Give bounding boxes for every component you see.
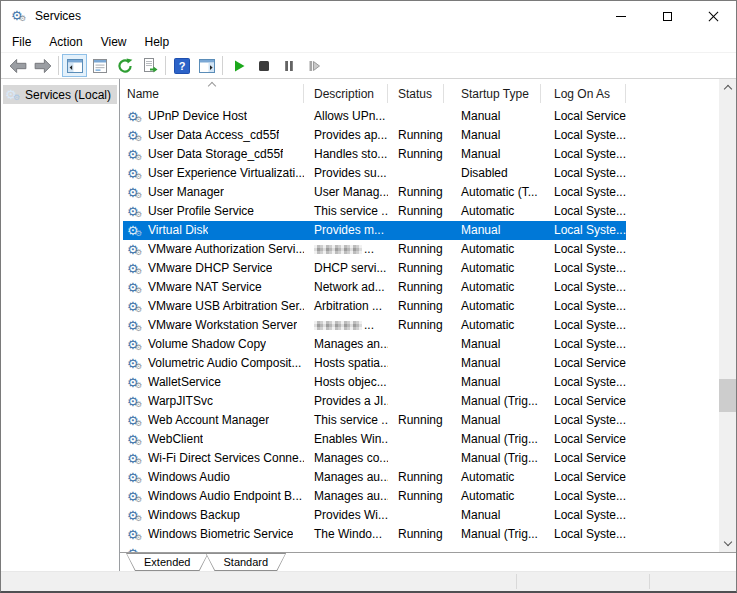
tab-extended[interactable]: Extended: [126, 553, 208, 571]
gear-glyph-small: ⚙: [135, 135, 142, 143]
service-logon-cell: Local Service: [541, 354, 626, 373]
service-name-cell: ⚙⚙User Profile Service: [123, 202, 304, 221]
service-row-wi-fi-direct-services-conne[interactable]: ⚙⚙Wi-Fi Direct Services Conne...Manages …: [123, 449, 626, 468]
service-description-cell: This service ...: [304, 202, 388, 221]
service-logon: Local Syste...: [554, 242, 626, 256]
service-row-vmware-dhcp-service[interactable]: ⚙⚙VMware DHCP ServiceDHCP servi...Runnin…: [123, 259, 626, 278]
export-list-button[interactable]: [137, 54, 162, 77]
maximize-button[interactable]: [644, 1, 690, 31]
service-gear-icon: ⚙⚙: [127, 147, 144, 163]
restart-service-icon: [306, 58, 322, 74]
service-row-windows-biometric-service[interactable]: ⚙⚙Windows Biometric ServiceThe Windo...R…: [123, 525, 626, 544]
stop-service-button[interactable]: [251, 54, 276, 77]
gear-glyph-small: ⚙: [135, 192, 142, 200]
column-header-name[interactable]: Name: [123, 79, 304, 107]
start-service-button[interactable]: [226, 54, 251, 77]
refresh-button[interactable]: [112, 54, 137, 77]
service-name: Virtual Disk: [148, 221, 208, 240]
service-row-windows-audio[interactable]: ⚙⚙Windows AudioManages au...RunningAutom…: [123, 468, 626, 487]
service-description: ...: [364, 242, 374, 256]
titlebar: ⚙⚙ Services: [1, 1, 736, 31]
service-description: Provides m...: [314, 223, 384, 237]
menu-file[interactable]: File: [3, 33, 40, 51]
service-row-windows-audio-endpoint-b[interactable]: ⚙⚙Windows Audio Endpoint B...Manages au.…: [123, 487, 626, 506]
service-row-vmware-workstation-server[interactable]: ⚙⚙VMware Workstation Server...RunningAut…: [123, 316, 626, 335]
service-status-cell: [388, 449, 444, 468]
service-startup-type: Automatic: [461, 242, 514, 256]
service-startup-type-cell: Automatic: [444, 487, 541, 506]
service-name-cell: ⚙⚙: [123, 544, 304, 552]
service-description: DHCP servi...: [314, 261, 386, 275]
window-title: Services: [35, 9, 81, 23]
minimize-button[interactable]: [598, 1, 644, 31]
service-row-partial[interactable]: ⚙⚙: [123, 544, 626, 552]
sort-ascending-icon: [208, 82, 216, 90]
service-row-vmware-usb-arbitration-ser[interactable]: ⚙⚙VMware USB Arbitration Ser...Arbitrati…: [123, 297, 626, 316]
menu-view[interactable]: View: [92, 33, 136, 51]
show-console-tree-button[interactable]: [62, 54, 87, 77]
scrollbar-thumb[interactable]: [719, 379, 736, 412]
service-row-warpjitsvc[interactable]: ⚙⚙WarpJITSvcProvides a JI...Manual (Trig…: [123, 392, 626, 411]
service-status-cell: Running: [388, 126, 444, 145]
service-row-windows-backup[interactable]: ⚙⚙Windows BackupProvides Wi...ManualLoca…: [123, 506, 626, 525]
column-header-log-on-as[interactable]: Log On As: [541, 79, 626, 107]
service-description: Hosts spatia...: [314, 356, 388, 370]
menu-bar: FileActionViewHelp: [1, 31, 736, 52]
service-name: VMware Authorization Servi...: [148, 240, 304, 259]
service-row-virtual-disk[interactable]: ⚙⚙Virtual DiskProvides m...ManualLocal S…: [123, 221, 626, 240]
service-name: Windows Audio Endpoint B...: [148, 487, 302, 506]
restart-service-button[interactable]: [301, 54, 326, 77]
forward-button[interactable]: [30, 54, 55, 77]
service-startup-type-cell: Automatic: [444, 468, 541, 487]
gear-glyph-small: ⚙: [135, 344, 142, 352]
column-header-description[interactable]: Description: [304, 79, 388, 107]
service-status: Running: [398, 299, 443, 313]
service-row-web-account-manager[interactable]: ⚙⚙Web Account ManagerThis service ...Run…: [123, 411, 626, 430]
service-name: VMware USB Arbitration Ser...: [148, 297, 304, 316]
menu-action[interactable]: Action: [40, 33, 91, 51]
service-logon-cell: Local Syste...: [541, 316, 626, 335]
gear-glyph-small: ⚙: [135, 401, 142, 409]
service-status-cell: [388, 392, 444, 411]
service-logon: Local Syste...: [554, 261, 626, 275]
service-startup-type-cell: Manual (Trig...: [444, 430, 541, 449]
sidebar-item-services-local[interactable]: ⚙⚙ Services (Local): [3, 85, 117, 104]
column-header-startup-type[interactable]: Startup Type: [444, 79, 541, 107]
menu-help[interactable]: Help: [136, 33, 179, 51]
service-name-cell: ⚙⚙VMware NAT Service: [123, 278, 304, 297]
gear-glyph-small: ⚙: [135, 382, 142, 390]
service-logon: Local Syste...: [554, 337, 626, 351]
help-button[interactable]: ?: [169, 54, 194, 77]
service-row-volumetric-audio-composit[interactable]: ⚙⚙Volumetric Audio Composit...Hosts spat…: [123, 354, 626, 373]
service-status: Running: [398, 242, 443, 256]
pause-service-button[interactable]: [276, 54, 301, 77]
back-button[interactable]: [5, 54, 30, 77]
service-row-user-data-access-cd55f[interactable]: ⚙⚙User Data Access_cd55fProvides ap...Ru…: [123, 126, 626, 145]
service-row-user-experience-virtualizati[interactable]: ⚙⚙User Experience Virtualizati...Provide…: [123, 164, 626, 183]
tab-standard[interactable]: Standard: [205, 553, 286, 571]
scroll-down-button[interactable]: [719, 535, 736, 552]
service-row-upnp-device-host[interactable]: ⚙⚙UPnP Device HostAllows UPn...ManualLoc…: [123, 107, 626, 126]
service-row-walletservice[interactable]: ⚙⚙WalletServiceHosts objec...ManualLocal…: [123, 373, 626, 392]
service-row-vmware-nat-service[interactable]: ⚙⚙VMware NAT ServiceNetwork ad...Running…: [123, 278, 626, 297]
service-row-volume-shadow-copy[interactable]: ⚙⚙Volume Shadow CopyManages an...ManualL…: [123, 335, 626, 354]
column-header-status[interactable]: Status: [388, 79, 444, 107]
service-name-cell: ⚙⚙UPnP Device Host: [123, 107, 304, 126]
service-row-user-data-storage-cd55f[interactable]: ⚙⚙User Data Storage_cd55fHandles sto...R…: [123, 145, 626, 164]
service-description-cell: Provides Wi...: [304, 506, 388, 525]
service-description-cell: [304, 544, 388, 552]
close-button[interactable]: [690, 1, 736, 31]
service-row-user-profile-service[interactable]: ⚙⚙User Profile ServiceThis service ...Ru…: [123, 202, 626, 221]
service-name: User Data Storage_cd55f: [148, 145, 283, 164]
service-row-vmware-authorization-servi[interactable]: ⚙⚙VMware Authorization Servi......Runnin…: [123, 240, 626, 259]
service-row-webclient[interactable]: ⚙⚙WebClientEnables Win...Manual (Trig...…: [123, 430, 626, 449]
show-action-pane-button[interactable]: [194, 54, 219, 77]
properties-button[interactable]: [87, 54, 112, 77]
vertical-scrollbar[interactable]: [719, 79, 736, 552]
service-gear-icon: ⚙⚙: [127, 432, 144, 448]
scroll-up-button[interactable]: [719, 79, 736, 96]
service-gear-icon: ⚙⚙: [127, 527, 144, 543]
service-description-cell: Manages au...: [304, 468, 388, 487]
service-status-cell: Running: [388, 202, 444, 221]
service-row-user-manager[interactable]: ⚙⚙User ManagerUser Manag...RunningAutoma…: [123, 183, 626, 202]
